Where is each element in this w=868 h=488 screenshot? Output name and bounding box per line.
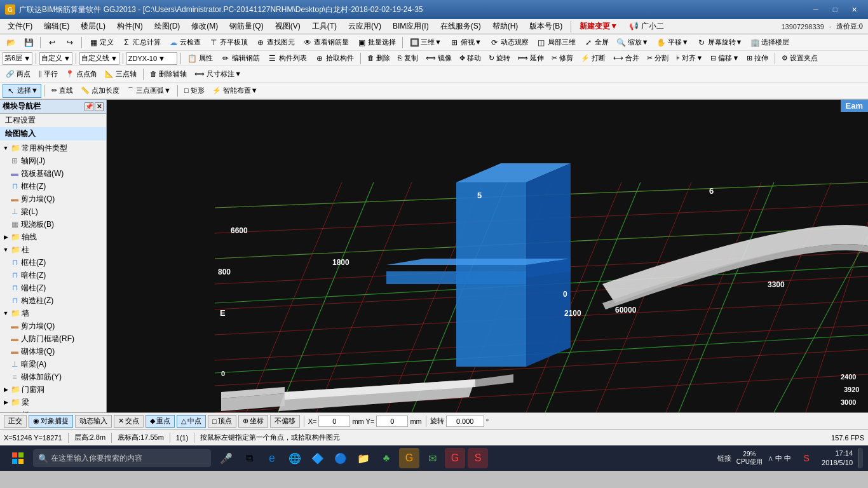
menu-version[interactable]: 版本号(B) bbox=[524, 20, 567, 33]
sidebar-close-btn[interactable]: ✕ bbox=[95, 102, 104, 111]
btn-redo[interactable]: ↪ bbox=[62, 36, 78, 50]
snap-midpoint[interactable]: △中点 bbox=[177, 415, 206, 428]
canvas-area[interactable]: Z X Y 6600 800 1800 0 2100 60000 3300 0 … bbox=[107, 100, 868, 412]
btn-parallel[interactable]: ∥ 平行 bbox=[35, 67, 61, 81]
btn-pan[interactable]: ✋平移▼ bbox=[653, 36, 692, 50]
btn-two-point[interactable]: 🔗 两点 bbox=[3, 67, 34, 81]
menu-guangxiao[interactable]: 📢 广小二 bbox=[624, 20, 668, 33]
btn-pick[interactable]: ⊕拾取构件 bbox=[311, 51, 357, 65]
menu-edit[interactable]: 编辑(E) bbox=[39, 20, 74, 33]
menu-file[interactable]: 文件(F) bbox=[3, 20, 37, 33]
sidebar-item-door-window[interactable]: ▶ 📁 门窗洞 bbox=[0, 383, 106, 396]
btn-undo[interactable]: ↩ bbox=[44, 36, 60, 50]
sidebar-item-masonry-wall[interactable]: ▬ 砌体墙(Q) bbox=[8, 345, 106, 358]
btn-rotate[interactable]: ↻ 旋转 bbox=[485, 51, 513, 65]
btn-top-view[interactable]: ⊞俯视▼ bbox=[446, 36, 485, 50]
minimize-button[interactable]: ─ bbox=[807, 3, 825, 16]
sidebar-item-frame-col[interactable]: ⊓ 框柱(Z) bbox=[8, 180, 106, 193]
btn-batch-select[interactable]: ▣批量选择 bbox=[353, 36, 399, 50]
menu-tools[interactable]: 工具(T) bbox=[307, 20, 342, 33]
sidebar-pin-btn[interactable]: 📌 bbox=[85, 102, 93, 111]
btn-point-length[interactable]: 📏 点加长度 bbox=[78, 84, 123, 98]
snap-coord[interactable]: ⊕坐标 bbox=[238, 415, 268, 428]
menu-draw[interactable]: 绘图(D) bbox=[149, 20, 186, 33]
btn-part-list[interactable]: ☰构件列表 bbox=[264, 51, 310, 65]
sidebar-item-frame-col2[interactable]: ⊓ 框柱(Z) bbox=[8, 256, 106, 269]
btn-set-fixpoint[interactable]: ⚙ 设置夹点 bbox=[778, 51, 821, 65]
btn-delete[interactable]: 🗑 删除 bbox=[364, 51, 393, 65]
layer-select[interactable]: 第6层 ▼ bbox=[3, 52, 32, 65]
btn-select-floor[interactable]: 🏢选择楼层 bbox=[747, 36, 792, 50]
btn-three-point-arc[interactable]: ⌒ 三点画弧▼ bbox=[124, 84, 174, 98]
sidebar-item-column[interactable]: ▼ 📁 柱 bbox=[0, 243, 106, 256]
sidebar-item-common-types[interactable]: ▼ 📁 常用构件类型 bbox=[0, 142, 106, 154]
btn-extend[interactable]: ⟾ 延伸 bbox=[515, 51, 547, 65]
sidebar-item-end-col[interactable]: ⊓ 端柱(Z) bbox=[8, 281, 106, 294]
btn-edit-rebar[interactable]: ✏编辑钢筋 bbox=[217, 51, 263, 65]
btn-pull[interactable]: ⊞ 拉伸 bbox=[743, 51, 771, 65]
taskbar-icon-ie[interactable]: 🌐 bbox=[285, 448, 305, 468]
show-desktop-btn[interactable] bbox=[858, 448, 863, 468]
layer-type-select[interactable]: 自定义 ▼ bbox=[39, 52, 72, 65]
btn-trim[interactable]: ✂ 修剪 bbox=[548, 51, 576, 65]
tray-antivirus[interactable]: S bbox=[796, 448, 817, 468]
axis-line-select[interactable]: 自定义线 ▼ bbox=[79, 52, 119, 65]
btn-zoom[interactable]: 🔍缩放▼ bbox=[613, 36, 652, 50]
taskbar-icon-glad[interactable]: G bbox=[445, 448, 465, 468]
sidebar-item-shear-wall2[interactable]: ▬ 剪力墙(Q) bbox=[8, 320, 106, 332]
start-button[interactable] bbox=[5, 448, 31, 468]
snap-vertex[interactable]: □顶点 bbox=[208, 415, 236, 428]
btn-smart-layout[interactable]: ⚡ 智能布置▼ bbox=[209, 84, 261, 98]
btn-offset[interactable]: ⊟ 偏移▼ bbox=[707, 51, 742, 65]
btn-align[interactable]: ⊧ 对齐▼ bbox=[673, 51, 706, 65]
snap-intersection[interactable]: ✕交点 bbox=[114, 415, 144, 428]
menu-help[interactable]: 帮助(H) bbox=[487, 20, 524, 33]
btn-break[interactable]: ⚡ 打断 bbox=[578, 51, 609, 65]
sidebar-item-masonry-rebar[interactable]: ≡ 砌体加筋(Y) bbox=[8, 370, 106, 383]
menu-view[interactable]: 视图(V) bbox=[270, 20, 306, 33]
btn-split[interactable]: ✂ 分割 bbox=[644, 51, 672, 65]
menu-rebar-qty[interactable]: 钢筋量(Q) bbox=[224, 20, 268, 33]
sidebar-item-wall[interactable]: ▼ 📁 墙 bbox=[0, 307, 106, 320]
btn-dimension[interactable]: ⟺ 尺寸标注▼ bbox=[191, 67, 245, 81]
btn-define[interactable]: ▦定义 bbox=[85, 36, 117, 50]
taskbar-icon-taskview[interactable]: ⧉ bbox=[239, 448, 259, 468]
taskbar-icon-cortana[interactable]: 🎤 bbox=[216, 448, 236, 468]
sidebar-item-beam-nav[interactable]: ▶ 📁 梁 bbox=[0, 396, 106, 409]
snap-orthogonal[interactable]: 正交 bbox=[4, 415, 27, 428]
sidebar-item-shear-wall[interactable]: ▬ 剪力墙(Q) bbox=[8, 193, 106, 205]
btn-select-mode[interactable]: ↖选择▼ bbox=[3, 84, 41, 98]
zdyx-select[interactable]: ZDYX-10 ▼ bbox=[126, 52, 177, 65]
menu-bim-app[interactable]: BIM应用(I) bbox=[388, 20, 434, 33]
taskbar-icon-s[interactable]: S bbox=[468, 448, 488, 468]
btn-delete-aux[interactable]: 🗑 删除辅轴 bbox=[147, 67, 190, 81]
btn-move[interactable]: ✥ 移动 bbox=[456, 51, 484, 65]
maximize-button[interactable]: □ bbox=[826, 3, 844, 16]
btn-align-top[interactable]: ⊤齐平板顶 bbox=[205, 36, 251, 50]
sidebar-item-beam[interactable]: ⊥ 梁(L) bbox=[8, 205, 106, 218]
btn-calc[interactable]: Σ汇总计算 bbox=[118, 36, 164, 50]
snap-object-capture[interactable]: ◉对象捕捉 bbox=[29, 415, 73, 428]
taskbar-icon-email[interactable]: ✉ bbox=[422, 448, 442, 468]
btn-local-3d[interactable]: ◫局部三维 bbox=[533, 36, 579, 50]
btn-cloud-check[interactable]: ☁云检查 bbox=[165, 36, 204, 50]
taskbar-icon-edge[interactable]: e bbox=[262, 448, 282, 468]
snap-endpoint[interactable]: ◆重点 bbox=[146, 415, 175, 428]
btn-save[interactable]: 💾 bbox=[20, 36, 37, 50]
taskbar-icon-explorer[interactable]: 📁 bbox=[353, 448, 374, 468]
menu-modify[interactable]: 修改(M) bbox=[186, 20, 223, 33]
menu-floor[interactable]: 楼层(L) bbox=[76, 20, 111, 33]
btn-three-point-axis[interactable]: 📐 三点轴 bbox=[102, 67, 140, 81]
sidebar-item-cast-slab[interactable]: ▦ 现浇板(B) bbox=[8, 218, 106, 231]
taskbar-search[interactable]: 🔍 在这里输入你要搜索的内容 bbox=[33, 449, 211, 467]
btn-rotate-screen[interactable]: ↻屏幕旋转▼ bbox=[693, 36, 746, 50]
taskbar-icon-chrome[interactable]: 🔵 bbox=[330, 448, 351, 468]
btn-point-angle[interactable]: 📍 点点角 bbox=[62, 67, 100, 81]
taskbar-icon-greenapp[interactable]: ♣ bbox=[376, 448, 397, 468]
btn-properties[interactable]: 📋属性 bbox=[184, 51, 216, 65]
taskbar-icon-ggj[interactable]: G bbox=[399, 448, 419, 468]
close-button[interactable]: ✕ bbox=[845, 3, 863, 16]
snap-x-input[interactable] bbox=[318, 416, 350, 427]
menu-part[interactable]: 构件(N) bbox=[112, 20, 148, 33]
btn-open[interactable]: 📂 bbox=[3, 36, 19, 50]
